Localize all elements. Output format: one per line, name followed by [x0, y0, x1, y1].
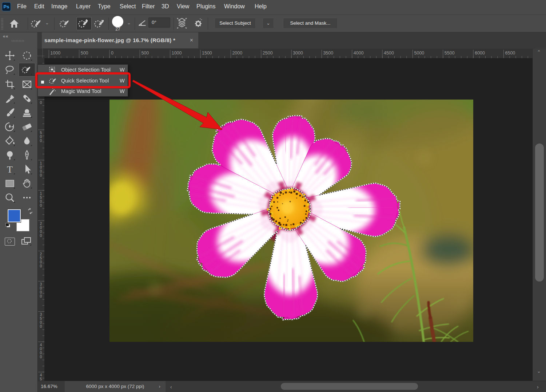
svg-text:1500: 1500	[202, 50, 212, 56]
svg-text:0: 0	[40, 264, 42, 268]
svg-text:5500: 5500	[445, 50, 455, 56]
svg-text:0: 0	[40, 100, 42, 105]
svg-text:3500: 3500	[323, 50, 333, 56]
svg-text:0: 0	[40, 233, 42, 238]
svg-text:T: T	[7, 164, 13, 175]
svg-text:5: 5	[40, 377, 42, 381]
svg-text:4500: 4500	[384, 50, 394, 56]
svg-text:0: 0	[40, 203, 42, 207]
svg-text:0: 0	[40, 173, 42, 177]
svg-text:0: 0	[40, 324, 42, 328]
svg-text:3000: 3000	[293, 50, 303, 56]
svg-text:0: 0	[111, 50, 113, 56]
svg-text:0: 0	[40, 138, 42, 143]
svg-text:5000: 5000	[414, 50, 425, 56]
svg-text:500: 500	[141, 50, 149, 56]
svg-text:6000: 6000	[475, 50, 485, 56]
svg-text:6500: 6500	[505, 50, 515, 56]
svg-text:2500: 2500	[263, 50, 273, 56]
svg-text:1000: 1000	[50, 50, 60, 56]
svg-text:0: 0	[40, 294, 42, 298]
svg-text:2000: 2000	[232, 50, 242, 56]
svg-text:500: 500	[81, 50, 88, 56]
svg-text:4000: 4000	[354, 50, 364, 56]
svg-text:1000: 1000	[172, 50, 182, 56]
svg-text:0: 0	[40, 355, 42, 359]
